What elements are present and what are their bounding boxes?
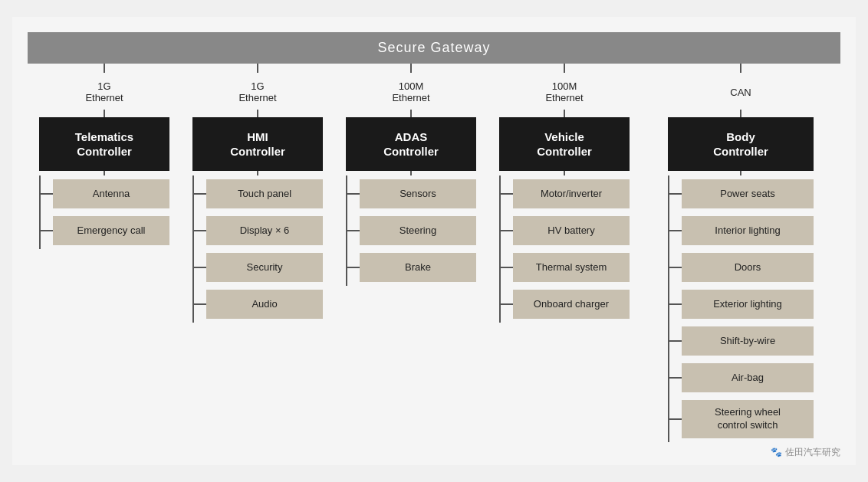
sub-item-row-body-5: Air-bag: [668, 363, 814, 392]
bracket-line-adas: [346, 175, 347, 286]
horiz-tick-body-3: [668, 303, 682, 305]
vert-top-body: [740, 64, 741, 73]
sub-item-box-body-4: Shift-by-wire: [682, 326, 814, 356]
sub-items-vehicle: Motor/inverter HV battery Thermal system…: [499, 175, 630, 323]
sub-item-row-vehicle-3: Onboard charger: [499, 290, 630, 319]
horiz-tick-adas-2: [346, 267, 360, 268]
horiz-tick-body-1: [668, 230, 682, 231]
bracket-line-hmi: [192, 175, 194, 323]
horiz-tick-hmi-0: [192, 193, 206, 195]
col-telematics: 1G Ethernet Telematics Controller Antenn…: [28, 64, 181, 442]
vert-top2-hmi: [257, 110, 258, 117]
horiz-tick-body-4: [668, 340, 682, 342]
sub-item-row-vehicle-1: HV battery: [499, 216, 630, 245]
horiz-tick-body-0: [668, 193, 682, 195]
vert-top2-adas: [410, 110, 412, 117]
sub-items-telematics: Antenna Emergency call: [39, 175, 169, 249]
col-vehicle: 100M Ethernet Vehicle Controller Motor/i…: [488, 64, 641, 442]
sub-item-row-hmi-0: Touch panel: [192, 179, 323, 208]
sub-item-row-body-2: Doors: [668, 253, 814, 282]
eth-label-adas: 100M Ethernet: [392, 73, 429, 110]
col-top-telematics: 1G Ethernet: [28, 64, 181, 117]
vert-top2-body: [740, 110, 741, 117]
eth-label-body: CAN: [730, 73, 751, 110]
sub-items-body: Power seats Interior lighting Doors Exte…: [668, 175, 814, 442]
col-top-vehicle: 100M Ethernet: [488, 64, 641, 117]
sub-item-row-body-1: Interior lighting: [668, 216, 814, 245]
col-top-adas: 100M Ethernet: [334, 64, 488, 117]
sub-item-box-vehicle-1: HV battery: [513, 216, 630, 245]
horiz-tick-vehicle-2: [499, 267, 513, 268]
sub-item-box-body-1: Interior lighting: [682, 216, 814, 245]
sub-item-row-body-0: Power seats: [668, 179, 814, 208]
controller-box-vehicle: Vehicle Controller: [499, 117, 630, 171]
horiz-tick-vehicle-3: [499, 303, 513, 305]
sub-item-row-body-6: Steering wheel control switch: [668, 400, 814, 438]
controller-box-adas: ADAS Controller: [346, 117, 476, 171]
sub-item-box-vehicle-3: Onboard charger: [513, 290, 630, 319]
bracket-line-body: [668, 175, 669, 442]
sub-item-box-body-2: Doors: [682, 253, 814, 282]
sub-item-box-body-3: Exterior lighting: [682, 290, 814, 319]
horiz-tick-hmi-3: [192, 303, 206, 305]
sub-item-row-telematics-1: Emergency call: [39, 216, 169, 245]
vert-top-adas: [410, 64, 412, 73]
col-adas: 100M Ethernet ADAS Controller Sensors St…: [334, 64, 488, 442]
horiz-tick-vehicle-0: [499, 193, 513, 195]
vert-top2-telematics: [104, 110, 105, 117]
sub-item-box-hmi-1: Display × 6: [206, 216, 323, 245]
col-top-hmi: 1G Ethernet: [181, 64, 334, 117]
horiz-tick-hmi-1: [192, 230, 206, 231]
sub-item-row-body-3: Exterior lighting: [668, 290, 814, 319]
sub-item-row-telematics-0: Antenna: [39, 179, 169, 208]
vert-top-telematics: [104, 64, 105, 73]
sub-item-row-hmi-2: Security: [192, 253, 323, 282]
vert-top2-vehicle: [564, 110, 565, 117]
sub-item-box-body-6: Steering wheel control switch: [682, 400, 814, 438]
horiz-tick-adas-0: [346, 193, 360, 195]
horiz-tick-telematics-1: [39, 230, 53, 231]
horiz-tick-body-5: [668, 377, 682, 379]
sub-item-row-vehicle-0: Motor/inverter: [499, 179, 630, 208]
diagram-container: Secure Gateway 1G Ethernet Telematics Co…: [12, 17, 856, 465]
secure-gateway-bar: Secure Gateway: [28, 32, 840, 64]
sub-item-row-adas-1: Steering: [346, 216, 476, 245]
sub-item-box-body-5: Air-bag: [682, 363, 814, 392]
eth-label-hmi: 1G Ethernet: [238, 73, 276, 110]
sub-item-row-body-4: Shift-by-wire: [668, 326, 814, 356]
col-body: CAN Body Controller Power seats Interior…: [641, 64, 840, 442]
sub-item-box-adas-0: Sensors: [360, 179, 476, 208]
sub-item-box-telematics-0: Antenna: [53, 179, 169, 208]
controller-box-body: Body Controller: [668, 117, 814, 171]
sub-item-box-body-0: Power seats: [682, 179, 814, 208]
sub-item-box-hmi-2: Security: [206, 253, 323, 282]
sub-item-row-vehicle-2: Thermal system: [499, 253, 630, 282]
sub-item-box-adas-1: Steering: [360, 216, 476, 245]
vert-top-vehicle: [564, 64, 565, 73]
sub-item-box-telematics-1: Emergency call: [53, 216, 169, 245]
bracket-line-vehicle: [499, 175, 501, 323]
horiz-tick-body-2: [668, 267, 682, 268]
horiz-tick-vehicle-1: [499, 230, 513, 231]
horiz-tick-telematics-0: [39, 193, 53, 195]
columns-area: 1G Ethernet Telematics Controller Antenn…: [28, 64, 840, 442]
sub-item-row-adas-2: Brake: [346, 253, 476, 282]
sub-item-row-hmi-1: Display × 6: [192, 216, 323, 245]
sub-item-box-adas-2: Brake: [360, 253, 476, 282]
controller-box-hmi: HMI Controller: [192, 117, 323, 171]
horiz-tick-adas-1: [346, 230, 360, 231]
sub-item-box-hmi-0: Touch panel: [206, 179, 323, 208]
sub-item-box-vehicle-2: Thermal system: [513, 253, 630, 282]
col-hmi: 1G Ethernet HMI Controller Touch panel D…: [181, 64, 334, 442]
watermark: 🐾 佐田汽车研究: [771, 446, 840, 459]
bracket-line-telematics: [39, 175, 41, 249]
watermark-text: 佐田汽车研究: [785, 446, 840, 459]
horiz-tick-body-6: [668, 418, 682, 420]
col-top-body: CAN: [641, 64, 840, 117]
sub-item-box-vehicle-0: Motor/inverter: [513, 179, 630, 208]
sub-item-box-hmi-3: Audio: [206, 290, 323, 319]
vert-top-hmi: [257, 64, 258, 73]
controller-box-telematics: Telematics Controller: [39, 117, 169, 171]
eth-label-vehicle: 100M Ethernet: [545, 73, 583, 110]
horiz-tick-hmi-2: [192, 267, 206, 268]
